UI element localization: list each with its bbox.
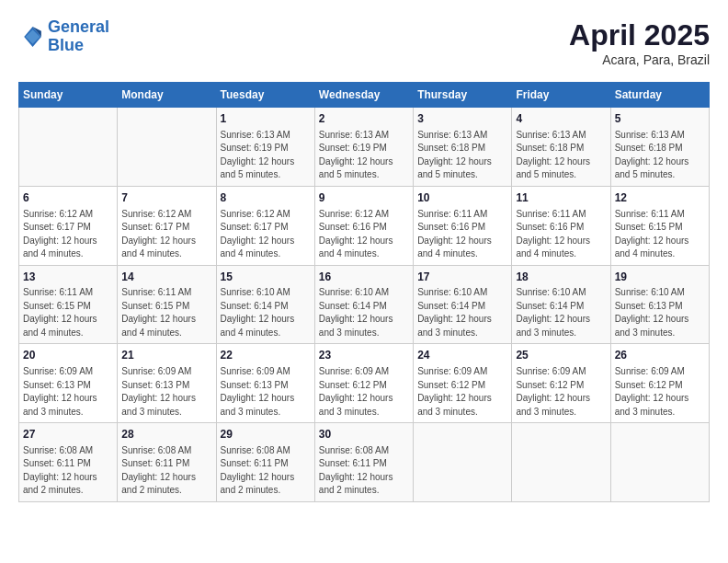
day-info: Sunrise: 6:11 AM Sunset: 6:15 PM Dayligh… [23, 286, 113, 339]
day-info: Sunrise: 6:09 AM Sunset: 6:13 PM Dayligh… [121, 365, 211, 419]
day-number: 13 [23, 270, 113, 285]
day-info: Sunrise: 6:11 AM Sunset: 6:16 PM Dayligh… [417, 208, 507, 261]
calendar-cell: 21Sunrise: 6:09 AM Sunset: 6:13 PM Dayli… [118, 344, 216, 423]
day-number: 17 [417, 270, 507, 285]
calendar-cell: 8Sunrise: 6:12 AM Sunset: 6:17 PM Daylig… [216, 186, 314, 265]
day-info: Sunrise: 6:08 AM Sunset: 6:11 PM Dayligh… [319, 444, 409, 498]
calendar-cell: 6Sunrise: 6:12 AM Sunset: 6:17 PM Daylig… [19, 186, 118, 265]
day-info: Sunrise: 6:08 AM Sunset: 6:11 PM Dayligh… [221, 444, 311, 498]
calendar-cell: 1Sunrise: 6:13 AM Sunset: 6:19 PM Daylig… [216, 108, 314, 187]
day-info: Sunrise: 6:09 AM Sunset: 6:12 PM Dayligh… [615, 365, 705, 419]
calendar-cell: 25Sunrise: 6:09 AM Sunset: 6:12 PM Dayli… [512, 344, 610, 423]
calendar-cell [19, 108, 118, 187]
day-info: Sunrise: 6:09 AM Sunset: 6:12 PM Dayligh… [516, 365, 606, 419]
day-number: 14 [121, 270, 211, 285]
calendar-cell: 23Sunrise: 6:09 AM Sunset: 6:12 PM Dayli… [314, 344, 413, 423]
day-number: 12 [615, 190, 705, 206]
day-info: Sunrise: 6:12 AM Sunset: 6:17 PM Dayligh… [221, 208, 311, 261]
day-info: Sunrise: 6:10 AM Sunset: 6:14 PM Dayligh… [516, 286, 606, 339]
day-number: 18 [516, 270, 606, 285]
day-header-saturday: Saturday [610, 83, 709, 108]
calendar-cell: 22Sunrise: 6:09 AM Sunset: 6:13 PM Dayli… [216, 344, 314, 423]
logo-icon [18, 24, 44, 50]
day-header-wednesday: Wednesday [314, 83, 413, 108]
day-header-tuesday: Tuesday [216, 83, 314, 108]
logo: GeneralBlue [18, 18, 109, 55]
day-number: 1 [221, 111, 311, 127]
calendar-cell: 11Sunrise: 6:11 AM Sunset: 6:16 PM Dayli… [512, 186, 610, 265]
calendar-cell: 18Sunrise: 6:10 AM Sunset: 6:14 PM Dayli… [512, 265, 610, 344]
calendar-table: SundayMondayTuesdayWednesdayThursdayFrid… [18, 82, 710, 502]
day-number: 5 [615, 111, 705, 127]
calendar-week-row: 13Sunrise: 6:11 AM Sunset: 6:15 PM Dayli… [19, 265, 710, 344]
day-info: Sunrise: 6:13 AM Sunset: 6:18 PM Dayligh… [615, 129, 705, 182]
day-number: 4 [516, 111, 606, 127]
day-info: Sunrise: 6:08 AM Sunset: 6:11 PM Dayligh… [121, 444, 211, 498]
day-number: 8 [221, 190, 311, 206]
day-info: Sunrise: 6:11 AM Sunset: 6:15 PM Dayligh… [615, 208, 705, 261]
day-number: 9 [319, 190, 409, 206]
day-info: Sunrise: 6:09 AM Sunset: 6:13 PM Dayligh… [221, 365, 311, 419]
day-info: Sunrise: 6:10 AM Sunset: 6:13 PM Dayligh… [615, 286, 705, 339]
day-info: Sunrise: 6:11 AM Sunset: 6:16 PM Dayligh… [516, 208, 606, 261]
day-info: Sunrise: 6:10 AM Sunset: 6:14 PM Dayligh… [319, 286, 409, 339]
calendar-cell [512, 423, 610, 502]
day-info: Sunrise: 6:13 AM Sunset: 6:19 PM Dayligh… [319, 129, 409, 182]
day-info: Sunrise: 6:13 AM Sunset: 6:18 PM Dayligh… [417, 129, 507, 182]
day-number: 15 [221, 270, 311, 285]
page-header: GeneralBlue April 2025 Acara, Para, Braz… [18, 18, 710, 67]
day-info: Sunrise: 6:12 AM Sunset: 6:16 PM Dayligh… [319, 208, 409, 261]
day-number: 7 [121, 190, 211, 206]
day-number: 21 [121, 348, 211, 363]
day-number: 22 [221, 348, 311, 363]
day-info: Sunrise: 6:11 AM Sunset: 6:15 PM Dayligh… [121, 286, 211, 339]
calendar-cell: 19Sunrise: 6:10 AM Sunset: 6:13 PM Dayli… [610, 265, 709, 344]
calendar-cell: 13Sunrise: 6:11 AM Sunset: 6:15 PM Dayli… [19, 265, 118, 344]
day-number: 6 [23, 190, 113, 206]
calendar-cell: 27Sunrise: 6:08 AM Sunset: 6:11 PM Dayli… [19, 423, 118, 502]
day-info: Sunrise: 6:09 AM Sunset: 6:12 PM Dayligh… [417, 365, 507, 419]
day-info: Sunrise: 6:09 AM Sunset: 6:13 PM Dayligh… [23, 365, 113, 419]
calendar-cell: 24Sunrise: 6:09 AM Sunset: 6:12 PM Dayli… [414, 344, 512, 423]
calendar-week-row: 27Sunrise: 6:08 AM Sunset: 6:11 PM Dayli… [19, 423, 710, 502]
day-info: Sunrise: 6:08 AM Sunset: 6:11 PM Dayligh… [23, 444, 113, 498]
day-number: 20 [23, 348, 113, 363]
calendar-cell: 29Sunrise: 6:08 AM Sunset: 6:11 PM Dayli… [216, 423, 314, 502]
calendar-cell: 30Sunrise: 6:08 AM Sunset: 6:11 PM Dayli… [314, 423, 413, 502]
day-number: 2 [319, 111, 409, 127]
calendar-cell: 16Sunrise: 6:10 AM Sunset: 6:14 PM Dayli… [314, 265, 413, 344]
calendar-cell: 7Sunrise: 6:12 AM Sunset: 6:17 PM Daylig… [118, 186, 216, 265]
day-info: Sunrise: 6:13 AM Sunset: 6:18 PM Dayligh… [516, 129, 606, 182]
calendar-cell: 2Sunrise: 6:13 AM Sunset: 6:19 PM Daylig… [314, 108, 413, 187]
day-info: Sunrise: 6:13 AM Sunset: 6:19 PM Dayligh… [221, 129, 311, 182]
day-number: 27 [23, 427, 113, 442]
day-number: 24 [417, 348, 507, 363]
day-number: 23 [319, 348, 409, 363]
day-header-thursday: Thursday [414, 83, 512, 108]
calendar-cell: 14Sunrise: 6:11 AM Sunset: 6:15 PM Dayli… [118, 265, 216, 344]
day-info: Sunrise: 6:12 AM Sunset: 6:17 PM Dayligh… [23, 208, 113, 261]
day-header-friday: Friday [512, 83, 610, 108]
calendar-cell: 12Sunrise: 6:11 AM Sunset: 6:15 PM Dayli… [610, 186, 709, 265]
title-block: April 2025 Acara, Para, Brazil [569, 18, 710, 67]
calendar-cell: 9Sunrise: 6:12 AM Sunset: 6:16 PM Daylig… [314, 186, 413, 265]
calendar-cell [118, 108, 216, 187]
day-number: 28 [121, 427, 211, 442]
calendar-week-row: 20Sunrise: 6:09 AM Sunset: 6:13 PM Dayli… [19, 344, 710, 423]
calendar-week-row: 1Sunrise: 6:13 AM Sunset: 6:19 PM Daylig… [19, 108, 710, 187]
calendar-header-row: SundayMondayTuesdayWednesdayThursdayFrid… [19, 83, 710, 108]
calendar-cell: 28Sunrise: 6:08 AM Sunset: 6:11 PM Dayli… [118, 423, 216, 502]
day-number: 30 [319, 427, 409, 442]
day-number: 3 [417, 111, 507, 127]
calendar-cell: 20Sunrise: 6:09 AM Sunset: 6:13 PM Dayli… [19, 344, 118, 423]
calendar-cell: 3Sunrise: 6:13 AM Sunset: 6:18 PM Daylig… [414, 108, 512, 187]
calendar-cell: 4Sunrise: 6:13 AM Sunset: 6:18 PM Daylig… [512, 108, 610, 187]
day-info: Sunrise: 6:10 AM Sunset: 6:14 PM Dayligh… [221, 286, 311, 339]
calendar-cell: 15Sunrise: 6:10 AM Sunset: 6:14 PM Dayli… [216, 265, 314, 344]
day-info: Sunrise: 6:10 AM Sunset: 6:14 PM Dayligh… [417, 286, 507, 339]
logo-name: GeneralBlue [48, 18, 109, 55]
day-number: 29 [221, 427, 311, 442]
calendar-week-row: 6Sunrise: 6:12 AM Sunset: 6:17 PM Daylig… [19, 186, 710, 265]
calendar-cell [610, 423, 709, 502]
calendar-cell: 5Sunrise: 6:13 AM Sunset: 6:18 PM Daylig… [610, 108, 709, 187]
